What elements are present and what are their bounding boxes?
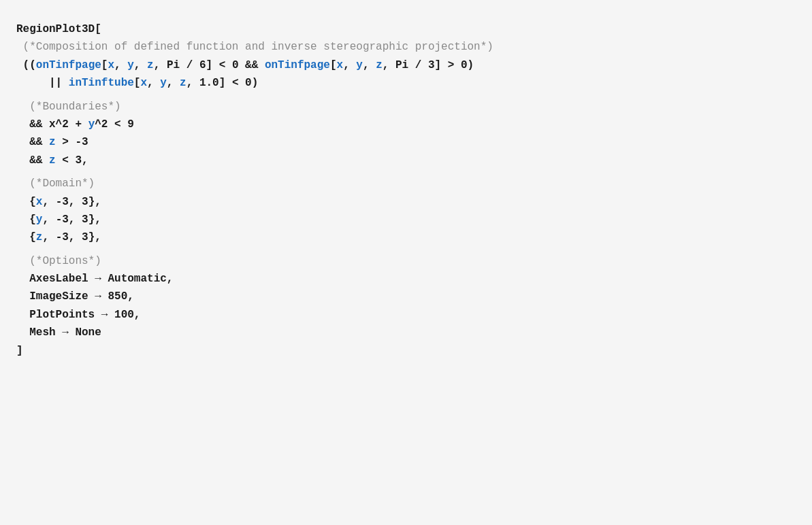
token: [: [134, 77, 141, 89]
token: , Pi / 6] < 0 &&: [154, 59, 265, 71]
token-var: z: [147, 59, 154, 71]
token-var: y: [160, 77, 167, 89]
line-13: {y, -3, 3},: [16, 211, 796, 228]
spacer-1: [16, 92, 796, 98]
token: [: [330, 59, 337, 71]
token: && x^2 +: [16, 118, 88, 131]
line-6: (*Boundaries*): [16, 98, 796, 116]
line-11: (*Domain*): [16, 175, 796, 192]
token: &&: [16, 154, 49, 167]
token: {: [16, 231, 36, 243]
token-var: x: [108, 59, 114, 71]
token-var: y: [356, 59, 363, 71]
token: , Pi / 3] > 0): [383, 59, 474, 71]
token: ,: [147, 77, 160, 89]
line-17: AxesLabel → Automatic,: [16, 270, 796, 288]
code-editor: RegionPlot3D[ (*Composition of defined f…: [16, 14, 796, 367]
line-21: ]: [16, 342, 796, 360]
line-14: {z, -3, 3},: [16, 228, 796, 246]
token-fn: onTinfpage: [36, 59, 101, 71]
token: ]: [16, 345, 23, 357]
token: ,: [134, 59, 147, 71]
line-18: ImageSize → 850,: [16, 288, 796, 305]
token-fn: onTinfpage: [265, 59, 330, 71]
token-comment: (*Composition of defined function and in…: [16, 41, 493, 53]
token-var: z: [36, 231, 43, 243]
token: > -3: [56, 136, 88, 148]
line-16: (*Options*): [16, 252, 796, 270]
spacer-2: [16, 169, 796, 175]
token-comment: (*Boundaries*): [16, 101, 121, 113]
token: RegionPlot3D[: [16, 23, 101, 35]
line-3: ((onTinfpage[x, y, z, Pi / 6] < 0 && onT…: [16, 56, 796, 74]
token-var: z: [49, 154, 56, 167]
token-var: z: [180, 77, 186, 89]
token: , -3, 3},: [42, 196, 101, 208]
spacer-3: [16, 247, 796, 252]
token: < 3,: [56, 154, 88, 167]
token-comment: (*Domain*): [16, 177, 95, 190]
line-12: {x, -3, 3},: [16, 193, 796, 211]
line-2: (*Composition of defined function and in…: [16, 38, 796, 56]
line-1: RegionPlot3D[: [16, 20, 796, 38]
line-7: && x^2 + y^2 < 9: [16, 116, 796, 133]
token: , -3, 3},: [42, 231, 101, 243]
token: ^2 < 9: [95, 118, 134, 131]
line-9: && z < 3,: [16, 152, 796, 169]
token: ((: [16, 59, 36, 71]
line-20: Mesh → None: [16, 324, 796, 341]
token: ,: [363, 59, 376, 71]
token-comment: (*Options*): [16, 255, 101, 267]
token: AxesLabel → Automatic,: [16, 273, 173, 285]
token: ,: [343, 59, 356, 71]
token-fn: inTinftube: [69, 77, 134, 89]
line-19: PlotPoints → 100,: [16, 306, 796, 324]
token-var: x: [337, 59, 344, 71]
token: ,: [114, 59, 127, 71]
token: ,: [167, 77, 180, 89]
line-8: && z > -3: [16, 133, 796, 151]
token: &&: [16, 136, 49, 148]
token: {: [16, 196, 36, 208]
token-var: y: [88, 118, 95, 131]
token: {: [16, 214, 36, 226]
token-var: y: [36, 214, 43, 226]
token: [: [101, 59, 108, 71]
token-var: x: [140, 77, 147, 89]
token: Mesh → None: [16, 326, 101, 339]
token: , 1.0] < 0): [186, 77, 259, 89]
token-var: x: [36, 196, 43, 208]
token-var: y: [127, 59, 134, 71]
token: ||: [16, 77, 69, 89]
token-var: z: [376, 59, 383, 71]
token-var: z: [49, 136, 56, 148]
token: PlotPoints → 100,: [16, 309, 140, 321]
token: , -3, 3},: [42, 214, 101, 226]
line-4: || inTinftube[x, y, z, 1.0] < 0): [16, 74, 796, 92]
token: ImageSize → 850,: [16, 290, 134, 303]
